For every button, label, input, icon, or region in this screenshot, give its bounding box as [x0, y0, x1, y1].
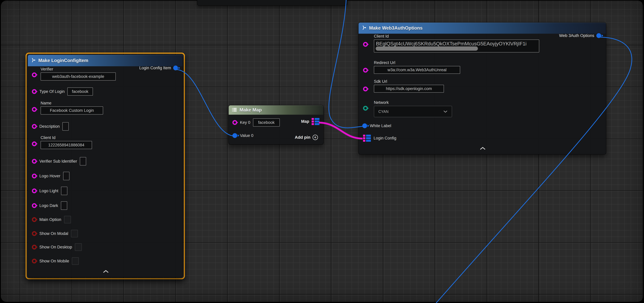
value-0-pin[interactable]: [232, 133, 237, 138]
map-output-pin[interactable]: [312, 118, 320, 125]
pin-label: Logo Light: [40, 188, 58, 193]
client-id-pin[interactable]: [363, 42, 368, 47]
sdk-url-pin[interactable]: [363, 86, 368, 92]
verifier-sub-identifier-field[interactable]: [80, 157, 86, 166]
logo-dark-pin[interactable]: [32, 203, 37, 208]
show-on-desktop-checkbox[interactable]: [75, 243, 82, 251]
add-pin-label: Add pin: [295, 135, 310, 140]
pin-label: Client Id: [40, 136, 92, 140]
show-on-desktop-pin[interactable]: [32, 245, 37, 250]
logo-hover-pin[interactable]: [32, 174, 37, 178]
node-header[interactable]: Make Map: [229, 105, 323, 115]
node-title: Make LoginConfigItem: [38, 58, 88, 63]
pin-label: Description: [40, 124, 60, 129]
pin-label: Client Id: [374, 34, 539, 39]
pin-label: Sdk Url: [374, 79, 444, 84]
add-pin-button[interactable]: Add pin +: [295, 135, 318, 140]
pin-label: Show On Desktop: [40, 245, 72, 250]
field-scrollbar[interactable]: [376, 46, 478, 51]
map-list-icon: [232, 108, 237, 112]
redirect-url-field[interactable]: w3a://com.w3a.Web3AuthUnreal: [374, 66, 460, 74]
network-pin[interactable]: [363, 106, 368, 110]
logo-hover-field[interactable]: [63, 172, 70, 180]
pin-label: Logo Dark: [40, 203, 58, 208]
main-option-checkbox[interactable]: [64, 216, 71, 223]
output-pin-label: Web 3Auth Options: [559, 33, 594, 38]
client-id-value: BEglQSgt4cUWcj6SKRdu5QkOXTsePmMcusG5EAoy…: [376, 41, 526, 46]
collapse-node-button[interactable]: [103, 270, 109, 274]
pin-label: White Label: [370, 124, 391, 128]
main-option-pin[interactable]: [32, 217, 37, 222]
chevron-up-icon: [480, 147, 486, 150]
node-make-loginconfigitem-selection: Make LoginConfigItem Login Config Item V…: [26, 52, 185, 279]
logo-dark-field[interactable]: [61, 202, 67, 210]
collapse-node-button[interactable]: [480, 147, 486, 150]
node-title: Make Web3AuthOptions: [369, 26, 422, 31]
verifier-sub-identifier-pin[interactable]: [32, 159, 37, 164]
pin-label: Show On Modal: [40, 231, 68, 236]
pin-label: Show On Mobile: [40, 259, 69, 264]
pin-label: Network: [374, 100, 452, 105]
output-pin-label: Login Config Item: [139, 66, 171, 70]
chevron-down-icon: [443, 110, 448, 113]
login-config-pin[interactable]: [363, 135, 371, 142]
pin-label: Key 0: [240, 120, 250, 125]
pin-label: Login Config: [374, 136, 396, 140]
logo-light-field[interactable]: [61, 187, 67, 195]
web3auth-options-output-pin[interactable]: [596, 33, 601, 38]
show-on-modal-checkbox[interactable]: [71, 230, 78, 237]
name-field[interactable]: Facebook Custom Login: [40, 106, 103, 114]
type-of-login-pin[interactable]: [32, 89, 37, 94]
show-on-modal-pin[interactable]: [32, 231, 37, 236]
node-title: Make Map: [240, 107, 262, 113]
node-header[interactable]: Make LoginConfigItem: [28, 55, 183, 66]
type-of-login-field[interactable]: facebook: [67, 88, 93, 96]
pin-label: Verifier: [40, 67, 116, 72]
pin-label: Value 0: [240, 133, 254, 138]
offscreen-node-partial[interactable]: [197, 0, 348, 6]
pin-label: Logo Hover: [40, 174, 60, 178]
node-header[interactable]: Make Web3AuthOptions: [358, 22, 606, 34]
pin-label: Main Option: [40, 217, 61, 222]
plus-circle-icon: +: [312, 135, 318, 140]
make-struct-icon: [31, 58, 36, 64]
client-id-pin[interactable]: [32, 142, 37, 146]
pin-label: Verifier Sub Identifier: [40, 159, 77, 164]
blueprint-editor: Make LoginConfigItem Login Config Item V…: [0, 0, 644, 303]
node-make-loginconfigitem[interactable]: Make LoginConfigItem Login Config Item V…: [28, 54, 183, 277]
pin-label: Type Of Login: [40, 89, 65, 94]
verifier-pin[interactable]: [32, 72, 37, 77]
chevron-up-icon: [103, 270, 109, 273]
sdk-url-field[interactable]: https://sdk.openlogin.com: [374, 85, 444, 92]
description-pin[interactable]: [32, 124, 37, 129]
logo-light-pin[interactable]: [32, 188, 37, 193]
node-make-web3authoptions[interactable]: Make Web3AuthOptions Web 3Auth Options C…: [358, 22, 606, 154]
network-dropdown[interactable]: CYAN: [374, 106, 452, 117]
verifier-field[interactable]: web3auth-facebook-example: [40, 72, 116, 80]
pin-label: Name: [40, 101, 103, 106]
redirect-url-pin[interactable]: [363, 68, 368, 72]
node-make-map[interactable]: Make Map Key 0 facebook Map Value 0 Add …: [228, 105, 324, 144]
show-on-mobile-checkbox[interactable]: [72, 257, 79, 265]
description-field[interactable]: [62, 122, 69, 130]
client-id-field[interactable]: BEglQSgt4cUWcj6SKRdu5QkOXTsePmMcusG5EAoy…: [374, 40, 539, 52]
white-label-pin[interactable]: [362, 124, 367, 128]
network-selected-value: CYAN: [378, 110, 388, 114]
show-on-mobile-pin[interactable]: [32, 259, 37, 264]
client-id-field[interactable]: 1222658941886084: [40, 141, 92, 149]
output-pin-label: Map: [301, 119, 309, 124]
pin-label: Redirect Url: [374, 60, 460, 65]
key-0-field[interactable]: facebook: [253, 118, 280, 126]
login-config-item-output-pin[interactable]: [173, 66, 178, 70]
key-0-pin[interactable]: [232, 120, 237, 125]
name-pin[interactable]: [32, 107, 37, 112]
make-struct-icon: [362, 25, 367, 31]
